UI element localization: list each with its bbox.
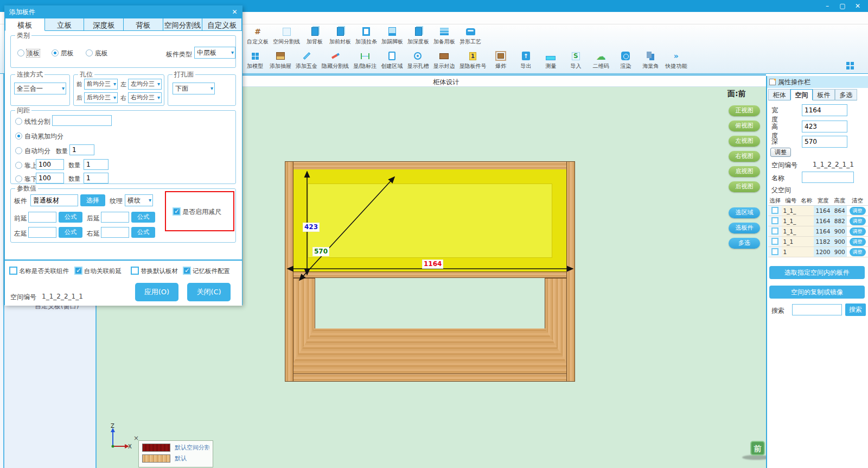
align-top-radio[interactable]	[15, 162, 22, 169]
tab-panel[interactable]: 板件	[813, 89, 835, 100]
connection-dropdown[interactable]: 全三合一	[14, 83, 66, 94]
add-kickboard-button[interactable]: 加踢脚板	[380, 26, 405, 48]
copy-or-mirror-space-button[interactable]: 空间的复制或镜像	[769, 286, 865, 299]
panel-type-dropdown[interactable]: 中层板	[194, 47, 235, 59]
auto-average-label[interactable]: 自动均分	[24, 147, 50, 155]
minimize-icon[interactable]: –	[820, 1, 834, 11]
hole-left-dropdown[interactable]: 左均分三	[128, 79, 162, 90]
link-component-checkbox[interactable]	[9, 267, 17, 275]
add-back-panel-button[interactable]: 加背板	[303, 26, 327, 48]
auto-front-ext-label[interactable]: 自动关联前延	[84, 267, 122, 275]
shelf-panel-radio[interactable]	[52, 49, 59, 56]
auto-accumulate-radio[interactable]	[15, 132, 22, 140]
linear-split-input[interactable]	[52, 115, 112, 126]
hole-front-dropdown[interactable]: 前均分三	[84, 79, 118, 90]
row-checkbox[interactable]	[771, 227, 778, 235]
tab-space-divider[interactable]: 空间分割线	[163, 18, 203, 31]
back-ext-input[interactable]	[101, 212, 129, 223]
texture-dropdown[interactable]: 横纹	[125, 194, 153, 206]
row-checkbox[interactable]	[771, 207, 778, 214]
remember-config-checkbox[interactable]	[183, 267, 191, 275]
maximize-icon[interactable]: ▢	[835, 1, 850, 11]
auto-accumulate-label[interactable]: 自动累加均分	[24, 132, 63, 140]
tab-vertical-panel[interactable]: 立板	[45, 18, 85, 31]
align-bottom-count-input[interactable]	[84, 173, 108, 184]
front-orientation-badge[interactable]: 前	[750, 441, 765, 456]
align-top-value-input[interactable]	[36, 159, 64, 170]
legend-close-icon[interactable]: ×	[133, 434, 139, 442]
remember-config-label[interactable]: 记忆板件配置	[193, 267, 230, 275]
top-panel-label[interactable]: 顶板	[27, 49, 40, 57]
import-button[interactable]: S 导入	[564, 50, 588, 72]
measure-button[interactable]: 测量	[539, 50, 563, 72]
close-icon[interactable]: ✕	[851, 1, 865, 11]
replace-material-checkbox[interactable]	[131, 267, 139, 275]
toggle-panel-number-button[interactable]: 1 显隐板件号	[457, 50, 488, 72]
auto-front-ext-checkbox[interactable]	[74, 267, 82, 275]
apply-button[interactable]: 应用(O)	[135, 283, 178, 301]
board-input[interactable]	[30, 194, 78, 206]
auto-average-count-input[interactable]	[69, 144, 94, 155]
row-checkbox[interactable]	[771, 238, 778, 245]
explode-button[interactable]: 爆炸	[489, 50, 513, 72]
row-adjust-button[interactable]: 调整	[850, 238, 866, 246]
linear-split-radio[interactable]	[15, 118, 22, 125]
tab-space[interactable]: 空间	[790, 89, 813, 100]
row-adjust-button[interactable]: 调整	[850, 207, 866, 215]
row-adjust-button[interactable]: 调整	[850, 217, 866, 225]
adjust-button[interactable]: 调整	[770, 148, 791, 157]
bottom-panel-label[interactable]: 底板	[95, 49, 108, 57]
add-front-seal-button[interactable]: 加前封板	[328, 26, 353, 48]
dialog-close-button[interactable]: 关闭(C)	[187, 283, 231, 301]
tab-custom-panel[interactable]: 自定义板	[202, 18, 242, 31]
right-ext-formula-button[interactable]: 公式	[131, 227, 155, 238]
align-top-count-input[interactable]	[84, 159, 108, 170]
add-model-button[interactable]: 加模型	[243, 50, 267, 72]
hole-back-dropdown[interactable]: 后均分三	[84, 92, 118, 103]
height-input[interactable]	[802, 121, 847, 132]
reduce-size-label[interactable]: 是否启用减尺	[182, 208, 221, 216]
add-drawer-button[interactable]: 添加抽屉	[268, 50, 293, 72]
top-panel-radio[interactable]	[17, 49, 24, 56]
corner-joint-button[interactable]: 海棠角	[639, 50, 662, 72]
add-spare-panel-button[interactable]: 加备用板	[432, 26, 457, 48]
linear-split-label[interactable]: 线性分割	[24, 118, 50, 125]
toggle-dimension-button[interactable]: 显/隐标注	[352, 50, 378, 72]
drill-face-dropdown[interactable]: 下面	[173, 83, 215, 94]
add-top-rail-button[interactable]: 加顶拉条	[354, 26, 379, 48]
show-edgeband-button[interactable]: 显示封边	[431, 50, 456, 72]
front-ext-input[interactable]	[28, 212, 56, 223]
align-bottom-value-input[interactable]	[36, 173, 64, 184]
show-holes-button[interactable]: 显示孔槽	[405, 50, 430, 72]
add-hardware-button[interactable]: 添加五金	[294, 50, 319, 72]
tab-back-panel[interactable]: 背板	[124, 18, 163, 31]
depth-input[interactable]	[802, 136, 847, 148]
link-component-label[interactable]: 名称是否关联组件	[19, 267, 69, 275]
add-depth-panel-button[interactable]: 加深度板	[406, 26, 431, 48]
special-shape-button[interactable]: 异形工艺	[458, 26, 483, 48]
tab-horizontal-panel[interactable]: 横板	[5, 18, 45, 31]
right-ext-input[interactable]	[101, 227, 129, 238]
back-ext-formula-button[interactable]: 公式	[131, 212, 155, 223]
shelf-panel-label[interactable]: 层板	[61, 49, 74, 57]
dialog-titlebar[interactable]: 添加板件	[5, 6, 242, 18]
hole-right-dropdown[interactable]: 右均分三	[128, 92, 162, 103]
panel-toggle-icon[interactable]	[846, 62, 854, 69]
align-bottom-radio[interactable]	[15, 175, 22, 182]
row-adjust-button[interactable]: 调整	[850, 248, 866, 256]
quick-functions-button[interactable]: » 快捷功能	[663, 50, 688, 72]
left-ext-formula-button[interactable]: 公式	[59, 227, 82, 238]
create-region-button[interactable]: 创建区域	[379, 50, 404, 72]
width-input[interactable]	[802, 104, 847, 116]
left-ext-input[interactable]	[28, 227, 56, 238]
row-adjust-button[interactable]: 调整	[850, 227, 866, 236]
hide-divider-button[interactable]: 隐藏分割线	[320, 50, 350, 72]
row-checkbox[interactable]	[771, 248, 778, 255]
row-checkbox[interactable]	[771, 217, 778, 224]
bottom-panel-radio[interactable]	[86, 49, 93, 56]
tab-multiselect[interactable]: 多选	[835, 89, 857, 100]
search-input[interactable]	[792, 304, 842, 315]
front-ext-formula-button[interactable]: 公式	[59, 212, 82, 223]
replace-material-label[interactable]: 替换默认板材	[141, 267, 178, 275]
export-button[interactable]: ↑ 导出	[514, 50, 538, 72]
